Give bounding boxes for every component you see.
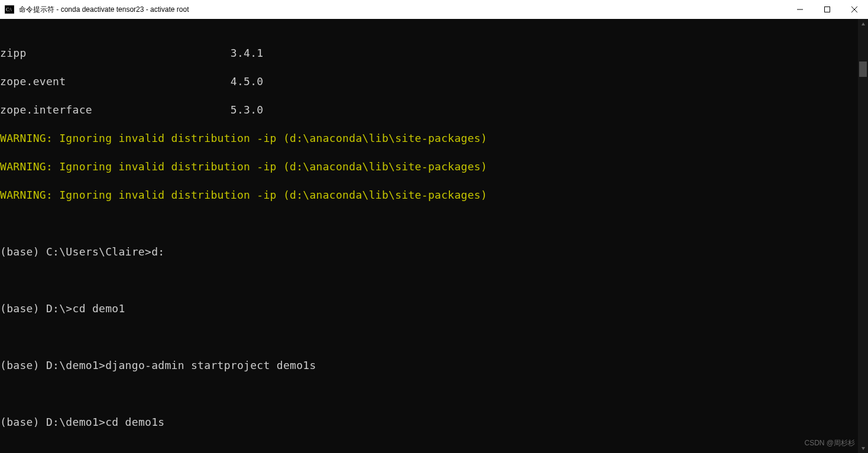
prompt-line: (base) D:\demo1>cd demo1s <box>0 415 868 429</box>
svg-rect-3 <box>825 7 830 12</box>
terminal-content: zipp 3.4.1 zope.event 4.5.0 zope.interfa… <box>0 19 868 453</box>
blank-line <box>0 330 868 344</box>
titlebar-controls <box>786 0 868 19</box>
command-text: cd demo1s <box>105 416 164 428</box>
package-row: zipp 3.4.1 <box>0 46 868 60</box>
svg-marker-7 <box>861 447 865 450</box>
cmd-icon: C:\ <box>5 5 14 14</box>
blank-line <box>0 444 868 453</box>
prompt-prefix: (base) C:\Users\Claire> <box>0 245 151 258</box>
blank-line <box>0 387 868 401</box>
prompt-line: (base) C:\Users\Claire>d: <box>0 245 868 259</box>
warning-line: WARNING: Ignoring invalid distribution -… <box>0 160 868 174</box>
scrollbar-up-icon[interactable] <box>858 19 868 29</box>
pkg-version: 5.3.0 <box>231 103 264 116</box>
window-title: 命令提示符 - conda deactivate tensor23 - acti… <box>19 5 189 15</box>
pkg-name: zipp <box>0 47 27 59</box>
titlebar-left: C:\ 命令提示符 - conda deactivate tensor23 - … <box>0 5 189 15</box>
command-text: cd demo1 <box>73 302 125 315</box>
prompt-line: (base) D:\demo1>django-admin startprojec… <box>0 358 868 373</box>
package-row: zope.event 4.5.0 <box>0 75 868 89</box>
prompt-prefix: (base) D:\demo1> <box>0 359 105 371</box>
minimize-button[interactable] <box>786 0 814 19</box>
terminal-area[interactable]: zipp 3.4.1 zope.event 4.5.0 zope.interfa… <box>0 19 868 453</box>
prompt-prefix: (base) D:\demo1> <box>0 416 105 428</box>
svg-text:C:\: C:\ <box>6 7 12 12</box>
pkg-version: 3.4.1 <box>231 47 264 59</box>
package-row: zope.interface 5.3.0 <box>0 103 868 117</box>
blank-line <box>0 273 868 287</box>
command-text: django-admin startproject demo1s <box>105 359 316 371</box>
command-text: d: <box>151 245 164 258</box>
pkg-version: 4.5.0 <box>231 75 264 88</box>
scrollbar[interactable] <box>858 19 868 453</box>
warning-line: WARNING: Ignoring invalid distribution -… <box>0 188 868 202</box>
warning-line: WARNING: Ignoring invalid distribution -… <box>0 131 868 145</box>
scrollbar-down-icon[interactable] <box>858 443 868 453</box>
prompt-prefix: (base) D:\> <box>0 302 73 315</box>
blank-line <box>0 216 868 231</box>
close-button[interactable] <box>841 0 868 19</box>
titlebar: C:\ 命令提示符 - conda deactivate tensor23 - … <box>0 0 868 19</box>
svg-marker-6 <box>861 22 865 25</box>
maximize-button[interactable] <box>814 0 841 19</box>
prompt-line: (base) D:\>cd demo1 <box>0 302 868 316</box>
pkg-name: zope.event <box>0 75 66 88</box>
scrollbar-thumb[interactable] <box>859 62 867 77</box>
pkg-name: zope.interface <box>0 103 92 116</box>
